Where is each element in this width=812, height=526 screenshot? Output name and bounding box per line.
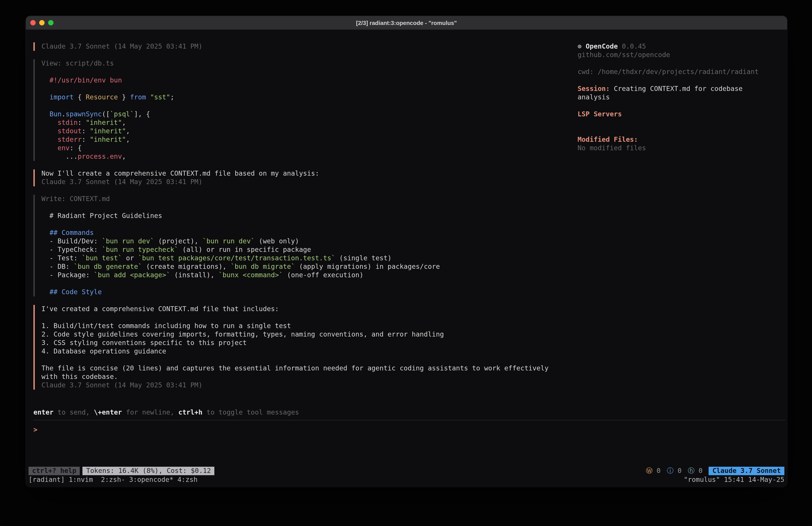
terminal-line [578, 118, 776, 127]
text-segment: ... [41, 153, 78, 160]
text-segment: - Build/Dev: [41, 237, 102, 245]
terminal-line: - Test: `bun test` or `bun test packages… [41, 254, 578, 262]
prompt-input[interactable]: > [33, 426, 787, 434]
terminal-line [41, 203, 578, 212]
assistant-message: Now I'll create a comprehensive CONTEXT.… [33, 169, 578, 186]
text-segment: import [49, 93, 74, 101]
text-segment: `bun run typecheck` [102, 246, 178, 254]
terminal-line [41, 313, 578, 322]
info-count: ⓘ 0 [667, 467, 682, 475]
diagnostics: Ⓦ 0ⓘ 0ⓗ 0 [646, 467, 709, 475]
terminal-line: env: { [41, 144, 578, 153]
text-segment: - Package: [41, 271, 94, 279]
tool-write-block: Write: CONTEXT.md # Radiant Project Guid… [33, 195, 578, 296]
text-segment [41, 93, 49, 101]
zoom-button[interactable] [48, 20, 54, 25]
terminal-line: View: script/db.ts [41, 59, 578, 68]
terminal-line: # Radiant Project Guidelines [41, 212, 578, 220]
terminal-line [578, 127, 776, 136]
terminal-line [41, 220, 578, 229]
terminal-line: 1. Build/lint/test commands including ho… [41, 322, 578, 330]
info-icon: ⓘ [667, 467, 673, 475]
text-segment [41, 118, 58, 127]
text-segment: Resource [86, 93, 118, 101]
terminal-line: 2. Code style guidelines covering import… [41, 330, 578, 339]
prompt-text[interactable] [38, 426, 41, 434]
text-segment: : { [70, 144, 82, 152]
text-segment: `bun run dev` [102, 237, 154, 245]
terminal-line [578, 59, 776, 68]
text-segment: : [82, 136, 90, 144]
hint-count: ⓗ 0 [688, 467, 702, 475]
input-empty-space [26, 434, 787, 467]
text-segment: "sst" [150, 93, 170, 101]
model-chip: Claude 3.7 Sonnet [709, 467, 784, 475]
text-segment: for newline, [122, 408, 178, 416]
text-segment: to send, [54, 408, 94, 416]
text-segment: OpenCode [585, 42, 618, 51]
close-button[interactable] [30, 20, 36, 25]
text-segment: , [122, 118, 126, 127]
tmux-session-info: "romulus" 15:41 14-May-25 [684, 475, 784, 484]
status-bar: ctrl+? help Tokens: 16.4K (8%), Cost: $0… [29, 467, 784, 475]
text-segment: LSP Servers [578, 110, 622, 118]
terminal-line: ## Code Style [41, 288, 578, 296]
text-segment: Claude 3.7 Sonnet (14 May 2025 03:41 PM) [41, 42, 202, 51]
terminal-line: Session: Creating CONTEXT.md for codebas… [578, 85, 776, 93]
input-divider [33, 420, 785, 420]
text-segment: `bunx <command>` [219, 271, 283, 279]
text-segment: `bun add <package>` [94, 271, 170, 279]
tokens-cost-chip: Tokens: 16.4K (8%), Cost: $0.12 [83, 467, 215, 475]
text-segment: Now I'll create a comprehensive CONTEXT.… [41, 169, 319, 177]
text-segment: 0.0.45 [618, 42, 646, 51]
terminal-window: [2/3] radiant:3:opencode - "romulus" Cla… [26, 16, 787, 487]
text-segment: spawnSync [66, 110, 102, 118]
terminal-line: No modified files [578, 144, 776, 153]
terminal-line: Modified Files: [578, 136, 776, 144]
text-segment: Claude 3.7 Sonnet (14 May 2025 03:41 PM) [41, 381, 202, 389]
info-count-value: 0 [673, 467, 682, 475]
text-segment: stdout [58, 127, 82, 135]
text-segment: (one-off execution) [283, 271, 363, 279]
terminal-line [578, 76, 776, 85]
terminal-line: import { Resource } from "sst"; [41, 93, 578, 102]
text-segment: - DB: [41, 262, 74, 271]
text-segment: (web only) [255, 237, 299, 245]
text-segment: Bun [49, 110, 61, 118]
terminal-line: Bun.spawnSync([`psql`], { [41, 110, 578, 118]
terminal-line: Write: CONTEXT.md [41, 195, 578, 203]
warning-count-value: 0 [653, 467, 661, 475]
text-segment: - Test: [41, 254, 82, 262]
text-segment: 2. Code style guidelines covering import… [41, 330, 444, 338]
terminal-line: analysis [578, 93, 776, 102]
text-segment: Claude 3.7 Sonnet (14 May 2025 03:41 PM) [41, 178, 202, 186]
text-segment: : [78, 118, 86, 127]
text-segment: Modified Files: [578, 136, 638, 144]
text-segment: github.com/sst/opencode [578, 51, 670, 59]
text-segment: `bun test` [82, 254, 122, 262]
minimize-button[interactable] [39, 20, 45, 25]
tmux-windows: [radiant] 1:nvim 2:zsh- 3:opencode* 4:zs… [29, 475, 198, 484]
text-segment: from [130, 93, 146, 101]
terminal-line: 3. CSS styling conventions specific to t… [41, 339, 578, 347]
terminal-line [41, 68, 578, 76]
text-segment: enter [33, 408, 54, 416]
text-segment [41, 288, 49, 296]
text-segment: # Radiant Project Guidelines [41, 212, 162, 220]
text-segment: 3. CSS styling conventions specific to t… [41, 339, 247, 347]
chat-history: Claude 3.7 Sonnet (14 May 2025 03:41 PM)… [33, 42, 578, 408]
terminal-line: Claude 3.7 Sonnet (14 May 2025 03:41 PM) [41, 42, 578, 51]
text-segment [146, 93, 150, 101]
text-segment: ], { [134, 110, 150, 118]
terminal-line: 4. Database operations guidance [41, 347, 578, 356]
terminal-line: stdout: "inherit", [41, 127, 578, 136]
opencode-tui: Claude 3.7 Sonnet (14 May 2025 03:41 PM)… [26, 30, 787, 487]
text-segment [41, 136, 58, 144]
text-segment [41, 229, 49, 237]
terminal-line: - DB: `bun db generate` (create migratio… [41, 262, 578, 271]
text-segment: { [74, 93, 86, 101]
status-right: Ⓦ 0ⓘ 0ⓗ 0 Claude 3.7 Sonnet [646, 467, 784, 475]
text-segment: with this codebase. [41, 373, 118, 381]
text-segment: The file is concise (20 lines) and captu… [41, 364, 549, 372]
text-segment: (apply migrations) in packages/core [295, 262, 440, 271]
